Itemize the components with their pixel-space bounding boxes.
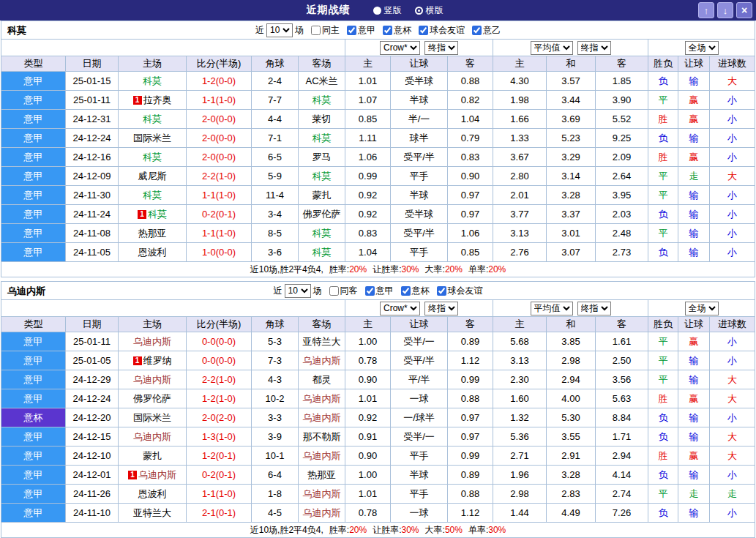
league-filter-checkbox[interactable]: 意甲	[347, 24, 375, 37]
home-team-cell: 佛罗伦萨	[119, 389, 187, 408]
close-button[interactable]: ×	[736, 2, 752, 18]
handicap-odds-line: 平手	[391, 243, 448, 262]
checkbox-input[interactable]	[472, 26, 482, 35]
away-team-name: 科莫	[312, 94, 332, 105]
league-filter-checkbox[interactable]: 同主	[311, 24, 340, 37]
column-header: 主	[493, 317, 547, 332]
corner-score: 5-9	[252, 167, 299, 186]
mode-vertical-radio[interactable]: 竖版	[373, 4, 402, 17]
column-header: 客	[448, 317, 493, 332]
result-handicap: 走	[678, 167, 710, 186]
average-odds-home: 2.01	[493, 186, 547, 205]
checkbox-input[interactable]	[365, 286, 375, 296]
home-team-cell: 科莫	[119, 186, 187, 205]
column-header: 客场	[299, 317, 345, 332]
handicap-odds-line: 平手	[391, 447, 448, 466]
home-team-cell: 科莫	[119, 72, 187, 91]
away-team-name: 乌迪内斯	[303, 450, 341, 461]
column-header: 客场	[299, 56, 345, 72]
checkbox-input[interactable]	[311, 26, 321, 35]
league-type: 意甲	[1, 370, 66, 389]
average-odds-home: 3.13	[493, 351, 547, 370]
red-card-badge: 1	[133, 356, 142, 365]
average-odds-away: 3.90	[596, 91, 648, 110]
match-count-select[interactable]: 10	[285, 284, 311, 298]
away-team-name: 亚特兰大	[303, 336, 341, 347]
checkbox-input[interactable]	[401, 286, 411, 296]
scroll-up-button[interactable]: ↑	[698, 2, 714, 18]
mode-horizontal-radio[interactable]: 横版	[415, 4, 444, 17]
result-handicap: 走	[678, 485, 710, 504]
checkbox-input[interactable]	[347, 26, 356, 35]
checkbox-input[interactable]	[383, 26, 392, 35]
handicap-time-select[interactable]: 终指	[424, 41, 458, 55]
handicap-odds-selectors: Crow*终指	[345, 300, 493, 317]
score: 0-2(0-1)	[187, 466, 252, 485]
average-odds-draw: 3.37	[547, 205, 596, 224]
match-row: 意甲24-12-15乌迪内斯1-3(1-0)3-9那不勒斯0.91受半/一0.9…	[1, 427, 755, 447]
score: 1-2(0-0)	[187, 72, 252, 91]
handicap-odds-home: 1.01	[345, 485, 391, 504]
handicap-odds-away: 0.82	[448, 91, 493, 110]
away-team-cell: 亚特兰大	[299, 332, 345, 351]
average-odds-away: 2.09	[596, 148, 648, 167]
league-filter-checkbox[interactable]: 同客	[329, 285, 358, 297]
handicap-odds-home: 1.01	[345, 72, 391, 91]
away-team-name: AC米兰	[305, 75, 337, 86]
result-handicap: 赢	[678, 110, 710, 129]
page-title: 近期战绩	[307, 4, 351, 17]
average-odds-away: 2.48	[596, 224, 648, 243]
team-name: 科莫	[7, 21, 26, 40]
league-filter-checkbox[interactable]: 意甲	[365, 285, 394, 297]
checkbox-input[interactable]	[437, 286, 446, 296]
league-filter-checkbox[interactable]: 球会友谊	[437, 285, 483, 297]
checkbox-input[interactable]	[329, 286, 339, 296]
checkbox-label: 意甲	[358, 24, 375, 37]
away-team-cell: 乌迪内斯	[299, 389, 345, 408]
league-filter-checkbox[interactable]: 球会友谊	[419, 24, 465, 37]
column-header: 角球	[252, 317, 299, 332]
average-time-select[interactable]: 终指	[577, 41, 611, 55]
score: 1-0(0-0)	[187, 243, 252, 262]
handicap-odds-line: 受半/一	[391, 427, 448, 447]
average-source-select[interactable]: 平均值	[531, 302, 573, 315]
league-type: 意甲	[1, 129, 66, 148]
home-team-cell: 蒙扎	[119, 447, 187, 466]
league-filter-checkbox[interactable]: 意杯	[401, 285, 430, 297]
score: 0-0(0-0)	[187, 351, 252, 370]
average-odds-home: 1.66	[493, 110, 547, 129]
corner-score: 10-2	[252, 389, 299, 408]
average-time-select[interactable]: 终指	[577, 302, 611, 315]
scroll-down-button[interactable]: ↓	[717, 2, 733, 18]
home-team-cell: 1拉齐奥	[119, 91, 187, 110]
league-filter-checkbox[interactable]: 意乙	[472, 24, 501, 37]
handicap-odds-away: 0.89	[448, 466, 493, 485]
column-header: 客	[596, 317, 648, 332]
score: 2-0(2-0)	[187, 408, 252, 427]
handicap-odds-selectors: Crow*终指	[345, 40, 493, 56]
average-odds-draw: 3.01	[547, 224, 596, 243]
result-outcome: 胜	[648, 148, 678, 167]
checkbox-input[interactable]	[419, 26, 428, 35]
match-row: 意甲24-11-241科莫0-2(0-1)3-4佛罗伦萨0.92受半球0.973…	[1, 205, 755, 224]
result-handicap: 输	[678, 72, 710, 91]
handicap-company-select[interactable]: Crow*	[380, 302, 420, 315]
scope-select[interactable]: 全场	[685, 41, 719, 55]
match-count-select[interactable]: 10	[266, 23, 293, 37]
average-odds-draw: 3.14	[547, 167, 596, 186]
away-team-cell: 科莫	[299, 129, 345, 148]
scope-select[interactable]: 全场	[685, 302, 719, 315]
checkbox-label: 球会友谊	[430, 24, 465, 37]
average-odds-home: 2.98	[493, 485, 547, 504]
average-source-select[interactable]: 平均值	[531, 41, 573, 55]
handicap-company-select[interactable]: Crow*	[380, 41, 420, 55]
result-outcome: 负	[648, 72, 678, 91]
average-odds-draw: 3.29	[547, 148, 596, 167]
results-sections: 科莫 近 10 场 同主意甲意杯球会友谊意乙 Crow*终指 平均值终指 全场 …	[0, 20, 756, 538]
league-filter-checkbox[interactable]: 意杯	[383, 24, 411, 37]
average-odds-away: 7.26	[596, 504, 648, 523]
column-header: 比分(半场)	[187, 317, 252, 332]
average-odds-away: 2.73	[596, 243, 648, 262]
handicap-time-select[interactable]: 终指	[424, 302, 458, 315]
result-outcome: 平	[648, 485, 678, 504]
